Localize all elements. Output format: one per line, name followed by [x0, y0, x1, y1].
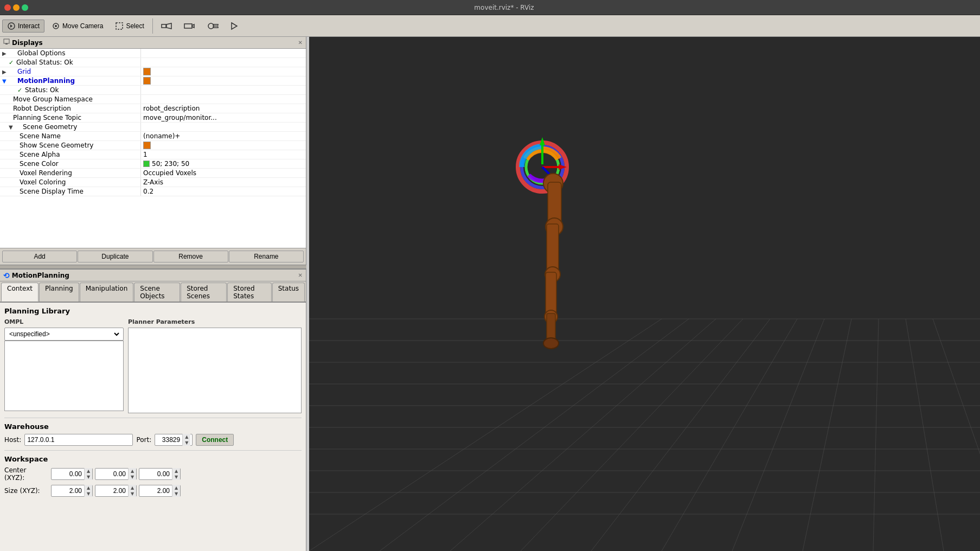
size-y-down[interactable]: ▼ [129, 491, 136, 497]
3d-viewport[interactable] [309, 37, 980, 551]
robot-description-value: robot_description [143, 105, 200, 112]
tree-item-label: Global Status: Ok [16, 59, 73, 66]
list-item[interactable]: Move Group Namespace [0, 95, 306, 104]
remove-button[interactable]: Remove [153, 251, 228, 262]
tree-item-label: Voxel Rendering [20, 169, 72, 177]
grid-checkbox[interactable] [143, 68, 151, 75]
list-item[interactable]: ✓ Status: Ok [0, 86, 306, 95]
tab-scene-objects[interactable]: Scene Objects [134, 283, 180, 302]
window-controls[interactable] [4, 4, 28, 11]
size-y-spinbox[interactable]: ▲ ▼ [95, 485, 137, 497]
interact-icon [7, 22, 16, 30]
toolbar-separator-1 [152, 18, 153, 34]
list-item[interactable]: ▶ Global Options [0, 49, 306, 58]
tab-context[interactable]: Context [1, 283, 39, 302]
list-item[interactable]: Scene Alpha 1 [0, 150, 306, 159]
svg-point-2 [55, 25, 57, 27]
center-z-input[interactable] [139, 469, 172, 479]
size-z-up[interactable]: ▲ [172, 485, 180, 491]
center-y-down[interactable]: ▼ [129, 474, 136, 480]
size-z-down[interactable]: ▼ [172, 491, 180, 497]
motionplanning-checkbox[interactable] [143, 77, 151, 85]
list-item[interactable]: Planning Scene Topic move_group/monitor.… [0, 113, 306, 123]
toolbar-extra-btn-3[interactable] [202, 20, 223, 33]
rename-button[interactable]: Rename [229, 251, 304, 262]
tree-item-label: Global Options [16, 49, 65, 57]
interact-button[interactable]: Interact [2, 20, 44, 33]
tab-stored-states[interactable]: Stored States [227, 283, 272, 302]
tree-item-label: Scene Name [20, 132, 61, 140]
center-x-input[interactable] [52, 469, 84, 479]
center-x-spinbox[interactable]: ▲ ▼ [51, 468, 93, 480]
list-item[interactable]: ▼ Scene Geometry [0, 123, 306, 132]
size-x-down[interactable]: ▼ [85, 491, 92, 497]
ompl-select-control[interactable]: <unspecified> [4, 328, 124, 341]
close-button[interactable] [4, 4, 11, 11]
tab-stored-scenes[interactable]: Stored Scenes [181, 283, 227, 302]
center-y-arrows: ▲ ▼ [128, 468, 136, 480]
show-scene-geometry-checkbox[interactable] [143, 142, 151, 149]
duplicate-button[interactable]: Duplicate [78, 251, 152, 262]
scene-color-swatch [143, 161, 150, 167]
tab-planning[interactable]: Planning [39, 283, 79, 302]
center-z-arrows: ▲ ▼ [172, 468, 180, 480]
size-z-spinbox[interactable]: ▲ ▼ [139, 485, 181, 497]
list-item[interactable]: Scene Name (noname)+ [0, 132, 306, 141]
maximize-button[interactable] [22, 4, 28, 11]
planner-params-label: Planner Parameters [128, 318, 302, 325]
connect-button[interactable]: Connect [196, 434, 234, 446]
toolbar-extra-btn-1[interactable] [156, 20, 177, 33]
size-x-input[interactable] [52, 485, 84, 496]
list-item[interactable]: ▼ MotionPlanning [0, 76, 306, 86]
center-y-up[interactable]: ▲ [129, 468, 136, 474]
toolbar-extra-btn-2[interactable] [179, 20, 200, 33]
port-input[interactable] [155, 434, 182, 445]
list-item[interactable]: Scene Display Time 0.2 [0, 187, 306, 196]
displays-button-bar: Add Duplicate Remove Rename [0, 248, 306, 265]
tree-item-label: Scene Alpha [20, 151, 60, 158]
list-item[interactable]: Robot Description robot_description [0, 104, 306, 113]
workspace-section: Workspace Center (XYZ): ▲ ▼ [4, 455, 302, 497]
list-item[interactable]: ▶ Grid [0, 67, 306, 76]
host-input[interactable] [24, 434, 133, 446]
select-button[interactable]: Select [110, 20, 149, 33]
center-z-spinbox[interactable]: ▲ ▼ [139, 468, 181, 480]
list-item[interactable]: Voxel Rendering Occupied Voxels [0, 169, 306, 178]
tab-manipulation[interactable]: Manipulation [80, 283, 134, 302]
motion-panel-close-button[interactable]: ✕ [298, 272, 303, 278]
size-z-input[interactable] [139, 485, 172, 496]
list-item[interactable]: Scene Color 50; 230; 50 [0, 159, 306, 169]
port-up-arrow[interactable]: ▲ [183, 434, 190, 440]
center-z-down[interactable]: ▼ [172, 474, 180, 480]
planner-params-section: Planner Parameters [128, 318, 302, 413]
tree-item-label: Robot Description [13, 105, 71, 112]
center-z-up[interactable]: ▲ [172, 468, 180, 474]
toolbar-extra-btn-4[interactable] [226, 20, 243, 33]
center-y-spinbox[interactable]: ▲ ▼ [95, 468, 137, 480]
list-item[interactable]: ✓ Global Status: Ok [0, 58, 306, 67]
size-label: Size (XYZ): [4, 487, 48, 495]
list-item[interactable]: Voxel Coloring Z-Axis [0, 178, 306, 187]
center-x-down[interactable]: ▼ [85, 474, 92, 480]
size-y-input[interactable] [95, 485, 128, 496]
list-item[interactable]: Show Scene Geometry [0, 141, 306, 150]
displays-header: Displays ✕ [0, 37, 306, 49]
center-x-up[interactable]: ▲ [85, 468, 92, 474]
port-spinbox[interactable]: ▲ ▼ [155, 434, 193, 446]
scene-alpha-value: 1 [143, 151, 148, 158]
tab-status[interactable]: Status [272, 283, 305, 302]
left-panel: Displays ✕ ▶ Global Options [0, 37, 306, 551]
ompl-label: OMPL [4, 318, 124, 325]
size-x-up[interactable]: ▲ [85, 485, 92, 491]
add-button[interactable]: Add [2, 251, 77, 262]
size-y-up[interactable]: ▲ [129, 485, 136, 491]
port-down-arrow[interactable]: ▼ [183, 440, 190, 446]
size-x-spinbox[interactable]: ▲ ▼ [51, 485, 93, 497]
minimize-button[interactable] [13, 4, 20, 11]
voxel-coloring-value: Z-Axis [143, 178, 163, 186]
move-camera-button[interactable]: Move Camera [47, 20, 108, 33]
ompl-select[interactable]: <unspecified> [7, 330, 121, 338]
center-y-input[interactable] [95, 469, 128, 479]
displays-close-button[interactable]: ✕ [298, 40, 303, 46]
titlebar: moveit.rviz* - RViz [0, 0, 980, 15]
